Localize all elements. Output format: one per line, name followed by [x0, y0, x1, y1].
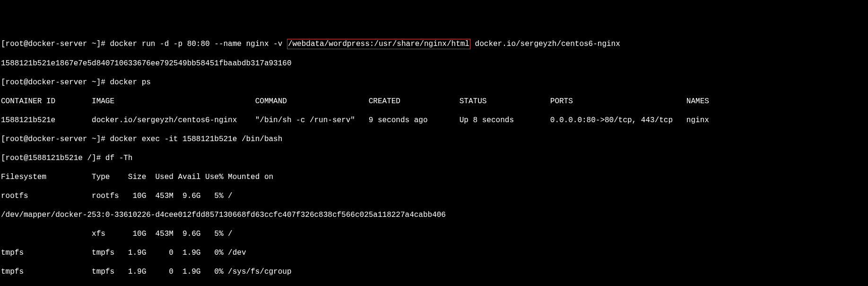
terminal-line: [root@docker-server ~]# docker run -d -p…: [1, 39, 867, 49]
prompt: [root@1588121b521e /]#: [1, 154, 105, 162]
df-row: /dev/mapper/docker-253:0-33610226-d4cee0…: [1, 210, 867, 220]
df-row: tmpfs tmpfs 1.9G 0 1.9G 0% /dev: [1, 248, 867, 258]
terminal-line: [root@docker-server ~]# docker ps: [1, 78, 867, 87]
terminal-line: [root@1588121b521e /]# df -Th: [1, 153, 867, 163]
docker-ps-row: 1588121b521e docker.io/sergeyzh/centos6-…: [1, 116, 867, 125]
prompt: [root@docker-server ~]#: [1, 40, 110, 48]
df-row: tmpfs tmpfs 1.9G 0 1.9G 0% /sys/fs/cgrou…: [1, 267, 867, 277]
volume-mapping-highlight: /webdata/wordpress:/usr/share/nginx/html: [287, 39, 470, 49]
command: docker exec -it 1588121b521e /bin/bash: [110, 135, 282, 143]
prompt: [root@docker-server ~]#: [1, 78, 110, 87]
command: docker ps: [110, 78, 150, 87]
df-row: rootfs rootfs 10G 453M 9.6G 5% /: [1, 191, 867, 201]
command: df -Th: [105, 154, 133, 162]
docker-ps-header: CONTAINER ID IMAGE COMMAND CREATED STATU…: [1, 97, 867, 106]
container-id-output: 1588121b521e1867e7e5d840710633676ee79254…: [1, 59, 867, 68]
df-header: Filesystem Type Size Used Avail Use% Mou…: [1, 172, 867, 182]
command-part: docker run -d -p 80:80 --name nginx -v: [110, 40, 286, 48]
df-row: xfs 10G 453M 9.6G 5% /: [1, 229, 867, 239]
command-part: docker.io/sergeyzh/centos6-nginx: [470, 40, 620, 48]
prompt: [root@docker-server ~]#: [1, 135, 110, 143]
terminal-line: [root@docker-server ~]# docker exec -it …: [1, 134, 867, 144]
